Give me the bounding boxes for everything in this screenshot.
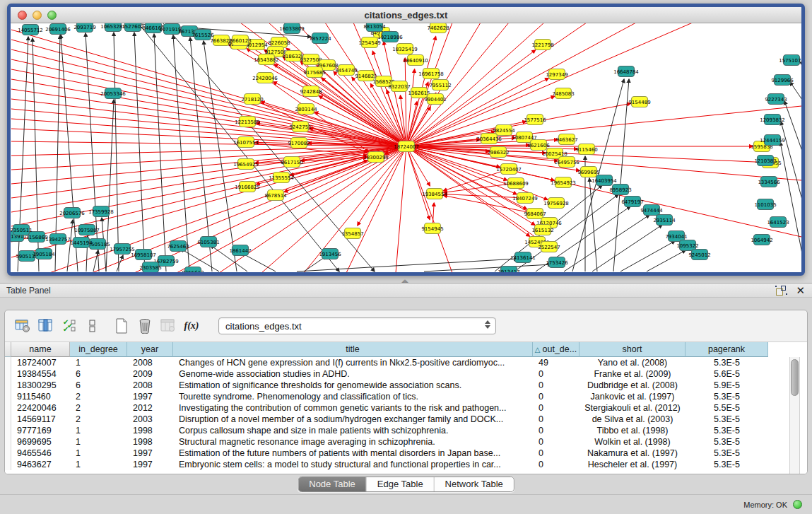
table-cell[interactable]: 2 [70,402,127,414]
table-cell[interactable]: 22420046 [11,402,70,414]
table-cell[interactable]: 2009 [127,368,173,380]
table-cell[interactable]: 1997 [127,448,173,459]
table-cell[interactable]: 5.6E-5 [686,368,768,380]
graph-node[interactable]: 1861447 [229,245,251,256]
import-table-icon[interactable] [159,317,177,334]
table-cell[interactable]: 0 [533,436,579,448]
table-cell[interactable]: 6 [70,380,127,391]
graph-node[interactable]: 7857224 [309,33,331,44]
graph-node[interactable]: 1527602 [122,23,143,32]
graph-node[interactable]: 18325419 [392,44,418,54]
table-cell[interactable]: Tibbo et al. (1998) [579,425,686,436]
column-header-short[interactable]: short [579,342,686,357]
table-cell[interactable]: 5.3E-5 [686,448,768,459]
graph-node[interactable]: 9355612 [182,267,204,273]
graph-node[interactable]: 1334566 [758,177,780,187]
table-row[interactable]: 1456911722003Disruption of a novel membe… [5,414,807,425]
graph-node[interactable]: 7462628 [427,23,449,33]
graph-node[interactable]: 7615526 [192,30,214,40]
graph-node[interactable]: 18640910 [403,55,428,66]
table-cell[interactable]: 9777169 [11,425,70,436]
table-settings-icon[interactable] [13,317,32,334]
table-select-dropdown[interactable]: citations_edges.txt [218,317,496,334]
table-row[interactable]: 946554611997Estimation of the future num… [5,448,807,459]
graph-node[interactable]: 7955112 [429,80,451,90]
graph-node[interactable]: 9904401 [424,94,446,105]
table-cell[interactable]: 1998 [127,436,173,448]
network-canvas[interactable]: 1872400718300295193845548912954822605891… [11,23,801,272]
table-row[interactable]: 969969511998Structural magnetic resonanc… [5,436,807,448]
table-cell[interactable]: 2008 [127,380,173,391]
table-cell[interactable]: 6 [70,368,127,380]
graph-node[interactable]: 17359928 [88,206,114,217]
graph-node[interactable]: 16648784 [613,66,639,77]
table-cell[interactable]: Dudbridge et al. (2008) [579,380,686,391]
table-cell[interactable]: Nakamura et al. (1997) [579,448,686,459]
graph-node[interactable]: 9154489 [628,97,650,107]
graph-node[interactable]: 6479197 [621,197,643,207]
table-cell[interactable]: 1 [70,425,127,436]
graph-node[interactable]: 9699695 [577,167,599,177]
table-cell[interactable]: Tourette syndrome. Phenomenology and cla… [173,391,533,402]
graph-node[interactable]: 16033809 [279,23,305,34]
table-row[interactable]: 2242004622012Investigating the contribut… [5,402,807,414]
table-cell[interactable]: Disruption of a novel member of a sodium… [173,414,533,425]
table-cell[interactable]: 5.3E-5 [686,436,768,448]
graph-node[interactable]: 9245012 [688,250,710,260]
table-cell[interactable]: 0 [533,425,579,436]
table-cell[interactable]: Investigating the contribution of common… [173,402,533,414]
graph-node[interactable]: 8660123 [229,35,251,46]
table-row[interactable]: 1830029562008Estimation of significance … [5,380,807,391]
graph-node[interactable]: 2935114 [653,215,676,226]
scrollbar-thumb[interactable] [791,359,799,396]
table-cell[interactable]: 1 [70,459,127,470]
graph-node[interactable]: 9242751 [289,122,311,132]
table-cell[interactable]: 0 [533,368,579,380]
graph-node[interactable]: 7625463 [167,241,189,252]
graph-node[interactable]: 14055712 [18,25,43,35]
graph-node[interactable]: 20206576 [59,208,85,218]
graph-node[interactable]: 9154945 [421,223,443,234]
graph-node[interactable]: 1101035 [754,199,776,210]
graph-node[interactable]: 1210383 [754,156,776,166]
graph-node[interactable]: 2303585 [139,262,161,273]
graph-node[interactable]: 9474444 [640,205,663,216]
graph-node[interactable]: 2522547 [538,242,560,252]
table-cell[interactable]: Corpus callosum shape and size in male p… [173,425,533,436]
table-cell[interactable]: 19384554 [11,368,70,380]
table-cell[interactable]: Hescheler et al. (1997) [579,459,686,470]
table-cell[interactable]: 1998 [127,425,173,436]
graph-node[interactable]: 10688609 [503,178,529,189]
graph-node[interactable]: 1297349 [546,69,567,80]
table-cell[interactable]: 1 [70,448,127,459]
table-cell[interactable]: de Silva et al. (2003) [579,414,686,425]
close-panel-icon[interactable]: ✕ [796,285,805,296]
delete-table-icon[interactable] [136,317,154,334]
table-cell[interactable]: 5.3E-5 [686,391,768,402]
table-cell[interactable]: 2008 [127,357,173,368]
graph-node[interactable]: 7986322 [487,147,509,158]
graph-node[interactable]: 9227343 [765,94,787,105]
graph-node[interactable]: 16961758 [418,69,444,79]
graph-node[interactable]: 15720407 [496,164,522,175]
table-cell[interactable]: Estimation of significance thresholds fo… [173,380,533,391]
column-header-out_de[interactable]: △out_de... [533,342,579,357]
graph-node[interactable]: 15751074 [779,55,801,66]
table-cell[interactable]: Yano et al. (2008) [579,357,686,368]
table-cell[interactable]: 2012 [127,402,173,414]
graph-node[interactable]: 7350511 [11,225,33,235]
graph-node[interactable]: 1221798 [531,40,553,50]
column-header-pagerank[interactable]: pagerank [686,342,768,357]
select-columns-icon[interactable]: ✔✔✔ [60,317,78,334]
tab-edge-table[interactable]: Edge Table [367,477,435,491]
table-cell[interactable]: 5.3E-5 [686,357,768,368]
graph-node[interactable]: 2803144 [295,104,317,115]
table-cell[interactable]: 0 [533,414,579,425]
graph-node[interactable]: 1354857 [341,228,363,239]
graph-node[interactable]: 8678514 [264,190,287,201]
column-header-name[interactable]: name [11,342,70,357]
graph-node[interactable]: 8617150 [281,157,302,168]
graph-node[interactable]: 19654923 [551,177,576,188]
table-cell[interactable]: 0 [533,380,579,391]
graph-node[interactable]: 14136141 [510,252,536,263]
